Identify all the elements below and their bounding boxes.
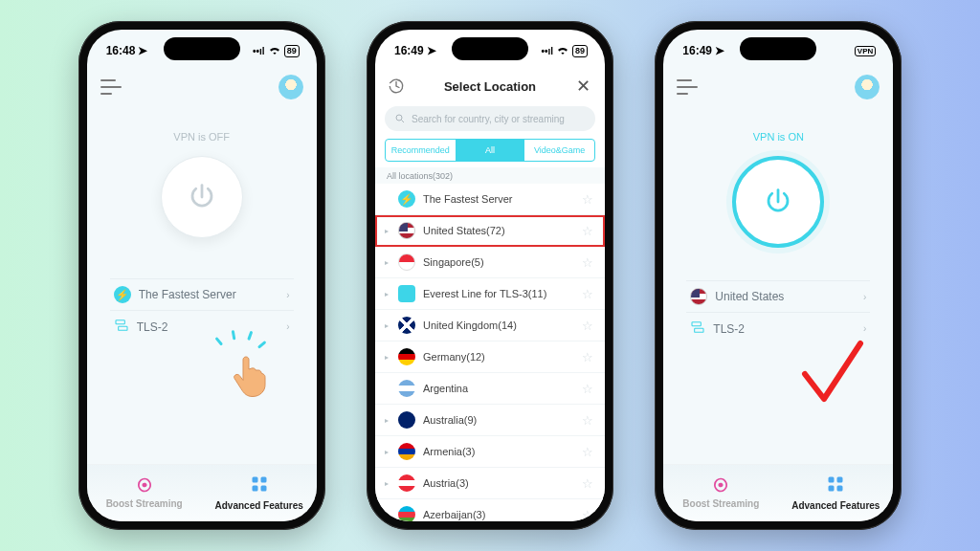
favorite-star-icon[interactable]: ☆ bbox=[582, 255, 593, 270]
protocol-selector[interactable]: TLS-2 › bbox=[110, 310, 294, 342]
tab-recommended[interactable]: Recommended bbox=[386, 140, 456, 161]
dynamic-island bbox=[164, 37, 240, 60]
menu-icon[interactable] bbox=[677, 79, 698, 95]
bolt-icon: ⚡ bbox=[398, 190, 415, 208]
protocol-icon bbox=[690, 320, 705, 338]
svg-rect-9 bbox=[829, 477, 835, 483]
location-row[interactable]: ▸Azerbaijan(3)☆ bbox=[375, 499, 605, 521]
location-row[interactable]: ▸Everest Line for TLS-3(11)☆ bbox=[375, 278, 605, 310]
avatar[interactable] bbox=[855, 75, 880, 99]
location-arrow-icon: ➤ bbox=[427, 44, 436, 57]
search-input[interactable]: Search for country, city or streaming bbox=[385, 106, 595, 131]
location-row[interactable]: ▸Austria(3)☆ bbox=[375, 468, 605, 499]
chevron-right-icon: › bbox=[863, 292, 866, 302]
flag-us-icon bbox=[398, 222, 415, 239]
close-icon[interactable]: ✕ bbox=[574, 77, 593, 96]
expand-caret-icon: ▸ bbox=[383, 321, 390, 330]
flag-at-icon bbox=[398, 474, 415, 492]
search-icon bbox=[394, 113, 406, 124]
location-row[interactable]: Argentina☆ bbox=[375, 373, 605, 405]
clock: 16:49 bbox=[394, 44, 424, 57]
battery-indicator: 89 bbox=[284, 45, 300, 57]
expand-caret-icon: ▸ bbox=[383, 290, 390, 298]
location-label: Singapore(5) bbox=[423, 256, 484, 268]
history-icon[interactable] bbox=[387, 77, 406, 96]
favorite-star-icon[interactable]: ☆ bbox=[582, 350, 593, 364]
favorite-star-icon[interactable]: ☆ bbox=[582, 508, 593, 522]
play-circle-icon: ⦿ bbox=[713, 477, 728, 495]
expand-caret-icon: ▸ bbox=[383, 353, 390, 362]
svg-rect-8 bbox=[695, 328, 703, 332]
server-label: The Fastest Server bbox=[139, 288, 236, 301]
tab-all[interactable]: All bbox=[456, 140, 525, 161]
flag-az-icon bbox=[398, 506, 415, 521]
flag-de-icon bbox=[398, 348, 415, 365]
app-navbar bbox=[87, 70, 317, 104]
location-row[interactable]: ⚡The Fastest Server☆ bbox=[375, 184, 605, 215]
tab-video-game[interactable]: Video&Game bbox=[524, 140, 594, 161]
power-button[interactable] bbox=[161, 156, 243, 238]
favorite-star-icon[interactable]: ☆ bbox=[582, 319, 593, 333]
location-row[interactable]: ▸Germany(12)☆ bbox=[375, 342, 605, 373]
vpn-badge: VPN bbox=[855, 46, 876, 56]
protocol-label: TLS-2 bbox=[137, 320, 168, 334]
flag-uk-icon bbox=[398, 317, 415, 334]
expand-caret-icon: ▸ bbox=[383, 479, 390, 488]
favorite-star-icon[interactable]: ☆ bbox=[582, 445, 593, 459]
location-row[interactable]: ▸United States(72)☆ bbox=[375, 215, 605, 247]
battery-indicator: 89 bbox=[572, 45, 588, 57]
svg-point-6 bbox=[396, 115, 402, 121]
location-label: The Fastest Server bbox=[423, 193, 513, 205]
phone-2-select-location: 16:49➤ ••ıl 89 Select Location ✕ Search … bbox=[367, 21, 613, 530]
grid-icon bbox=[827, 475, 844, 496]
favorite-star-icon[interactable]: ☆ bbox=[582, 413, 593, 428]
phone-3-vpn-on: 16:49➤ VPN VPN is ON United States › bbox=[655, 21, 902, 530]
location-label: Austria(3) bbox=[423, 477, 469, 489]
svg-rect-1 bbox=[118, 326, 126, 330]
favorite-star-icon[interactable]: ☆ bbox=[582, 382, 593, 396]
location-label: Australia(9) bbox=[423, 414, 477, 426]
app-navbar bbox=[663, 70, 893, 104]
menu-icon[interactable] bbox=[100, 79, 122, 95]
location-label: Germany(12) bbox=[423, 351, 485, 363]
svg-rect-0 bbox=[116, 320, 124, 324]
boost-streaming-button[interactable]: ⦿ Boost Streaming bbox=[87, 465, 202, 521]
advanced-features-button[interactable]: Advanced Features bbox=[778, 465, 893, 521]
location-row[interactable]: ▸United Kingdom(14)☆ bbox=[375, 310, 605, 342]
favorite-star-icon[interactable]: ☆ bbox=[582, 192, 593, 207]
location-row[interactable]: ▸Australia(9)☆ bbox=[375, 405, 605, 436]
favorite-star-icon[interactable]: ☆ bbox=[582, 224, 593, 238]
power-button[interactable] bbox=[732, 156, 824, 248]
location-label: Armenia(3) bbox=[423, 446, 475, 457]
svg-rect-10 bbox=[837, 477, 843, 483]
flag-am-icon bbox=[398, 443, 415, 460]
avatar[interactable] bbox=[278, 75, 303, 99]
svg-rect-11 bbox=[829, 486, 835, 492]
chevron-right-icon: › bbox=[286, 290, 289, 300]
location-label: Everest Line for TLS-3(11) bbox=[423, 288, 546, 299]
protocol-icon bbox=[114, 318, 129, 336]
favorite-star-icon[interactable]: ☆ bbox=[582, 476, 593, 491]
bolt-icon: ⚡ bbox=[114, 286, 131, 303]
play-circle-icon: ⦿ bbox=[137, 477, 152, 495]
server-selector[interactable]: ⚡ The Fastest Server › bbox=[110, 278, 294, 310]
expand-caret-icon: ▸ bbox=[383, 448, 390, 456]
shield-icon bbox=[398, 285, 415, 302]
location-row[interactable]: ▸Singapore(5)☆ bbox=[375, 247, 605, 278]
bottom-bar: ⦿ Boost Streaming Advanced Features bbox=[87, 464, 317, 521]
svg-rect-3 bbox=[260, 477, 266, 483]
location-label: Azerbaijan(3) bbox=[423, 509, 485, 520]
server-selector[interactable]: United States › bbox=[686, 280, 870, 312]
signal-icon: ••ıl bbox=[253, 46, 265, 56]
protocol-selector[interactable]: TLS-2 › bbox=[686, 312, 870, 344]
location-row[interactable]: ▸Armenia(3)☆ bbox=[375, 436, 605, 468]
flag-ar-icon bbox=[398, 380, 415, 397]
favorite-star-icon[interactable]: ☆ bbox=[582, 287, 593, 301]
location-list[interactable]: ⚡The Fastest Server☆▸United States(72)☆▸… bbox=[375, 184, 605, 521]
page-title: Select Location bbox=[444, 79, 536, 94]
advanced-features-button[interactable]: Advanced Features bbox=[202, 465, 317, 521]
location-header: Select Location ✕ bbox=[375, 70, 605, 102]
location-label: Argentina bbox=[423, 383, 468, 394]
signal-icon: ••ıl bbox=[541, 46, 553, 56]
boost-streaming-button[interactable]: ⦿ Boost Streaming bbox=[663, 465, 778, 521]
